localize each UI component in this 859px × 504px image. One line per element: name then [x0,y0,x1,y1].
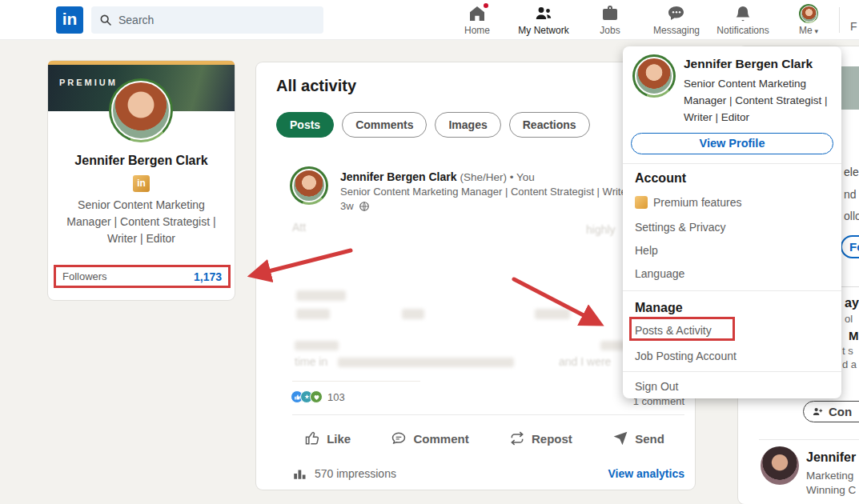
sidebar-text-fragment: M [849,329,859,342]
activity-filter-tabs: Posts Comments Images Reactions [276,112,590,138]
profile-card: PREMIUM Jennifer Bergen Clark in Senior … [48,61,235,300]
menu-item-premium-features[interactable]: Premium features [635,196,741,209]
followers-count: 1,173 [194,270,222,283]
nav-divider [839,7,840,33]
view-profile-button[interactable]: View Profile [631,133,833,154]
manage-section-heading: Manage [635,301,683,315]
sidebar-text-fragment: ele [844,166,859,178]
nav-item-home[interactable]: Home [444,4,511,39]
follow-button-fragment[interactable]: Fo [841,235,859,258]
post-author-name[interactable]: Jennifer Bergen Clark [340,170,457,183]
messaging-icon [667,4,686,23]
followers-label: Followers [62,270,107,282]
menu-item-settings-privacy[interactable]: Settings & Privacy [635,221,726,234]
page-title: All activity [276,77,356,95]
redacted-text-block [402,309,424,319]
profile-name[interactable]: Jennifer Bergen Clark [48,154,235,168]
menu-divider [623,371,841,372]
connect-button[interactable]: Con [803,401,859,422]
notification-dot [482,2,490,10]
menu-item-sign-out[interactable]: Sign Out [635,380,678,393]
search-bar[interactable] [91,6,323,34]
menu-item-language[interactable]: Language [635,267,684,280]
nav-item-me[interactable]: Me▾ [775,4,842,39]
notifications-bell-icon [733,4,753,23]
blurred-post-text: time in [295,355,327,368]
profile-headline: Senior Content Marketing Manager | Conte… [61,197,222,247]
blurred-post-text: Att [292,221,306,234]
faint-divider [292,381,420,382]
me-avatar [799,4,818,23]
menu-item-help[interactable]: Help [635,244,658,257]
sidebar-text-fragment: t s [842,345,853,357]
nav-item-my-network[interactable]: My Network [510,4,577,39]
repost-button[interactable]: Repost [509,430,572,446]
menu-profile-name: Jennifer Bergen Clark [684,57,813,71]
view-analytics-link[interactable]: View analytics [608,467,684,480]
menu-profile-headline: Senior Content Marketing Manager | Conte… [684,75,829,126]
sidebar-text-fragment: ol [845,313,853,325]
send-button[interactable]: Send [612,430,664,446]
suggested-person-avatar[interactable] [761,446,799,485]
redacted-text-block [296,290,346,301]
nav-item-notifications[interactable]: Notifications [709,4,777,39]
top-navbar: in Home My Network Jobs Messaging Notifi… [0,0,859,40]
premium-in-badge-icon: in [133,175,150,192]
suggested-person-name[interactable]: Jennifer [806,450,856,465]
tab-comments[interactable]: Comments [342,112,427,138]
comment-button[interactable]: Comment [391,430,468,446]
menu-item-job-posting-account[interactable]: Job Posting Account [635,350,737,362]
linkedin-logo[interactable]: in [56,6,83,34]
reactions-count[interactable]: 103 [327,391,345,403]
search-icon [99,14,112,26]
sidebar-text-fragment: ay [845,296,859,310]
my-network-icon [534,4,553,23]
tab-images[interactable]: Images [435,112,500,138]
suggested-person-headline: Marketing [806,470,853,482]
post-author-meta: (She/Her) • You [460,171,534,183]
post-time-row: 3w [340,200,370,212]
post-action-bar: Like Comment Repost Send [284,421,684,456]
account-section-heading: Account [635,171,686,186]
redacted-text-block [338,358,514,367]
nav-item-jobs[interactable]: Jobs [576,4,644,39]
post-divider [292,414,684,415]
nav-item-messaging[interactable]: Messaging [643,4,710,39]
jobs-icon [600,4,620,23]
post-reactions-row[interactable]: 103 [291,390,345,403]
followers-row[interactable]: Followers 1,173 [54,265,231,288]
send-icon [612,430,628,446]
post-author-headline: Senior Content Marketing Manager | Conte… [340,186,666,198]
tab-reactions[interactable]: Reactions [509,112,590,138]
nav-for-business-fragment[interactable]: F [850,20,857,33]
like-icon [304,430,320,446]
blurred-post-text: highly [586,223,616,236]
like-button[interactable]: Like [304,430,351,446]
analytics-bars-icon [292,466,307,481]
sidebar-text-fragment: ollo [844,210,859,222]
sidebar-text-fragment: nd [844,188,857,201]
impressions-row: 570 impressions View analytics [292,466,684,481]
profile-avatar[interactable] [109,78,173,142]
post-author-avatar[interactable] [290,166,328,205]
post-author-row[interactable]: Jennifer Bergen Clark (She/Her) • You [340,170,535,183]
post-time: 3w [340,200,354,212]
menu-avatar [632,54,676,98]
support-reaction-icon [310,390,323,403]
sidebar-text-fragment: d a [842,358,857,370]
tab-posts[interactable]: Posts [276,112,334,138]
caret-down-icon: ▾ [815,27,819,35]
annotation-box-posts-activity [629,317,735,341]
redacted-text-block [296,309,330,319]
me-dropdown-menu: Jennifer Bergen Clark Senior Content Mar… [623,46,841,398]
repost-icon [509,430,525,446]
impressions-count: 570 impressions [315,467,396,480]
redacted-text-block [295,341,339,350]
home-icon [468,4,487,23]
suggested-person-headline: Winning C [806,484,856,496]
redacted-text-block [535,309,570,319]
comment-icon [391,430,407,446]
search-input[interactable] [118,14,303,26]
sidebar-divider [759,439,859,440]
globe-icon [359,201,370,212]
